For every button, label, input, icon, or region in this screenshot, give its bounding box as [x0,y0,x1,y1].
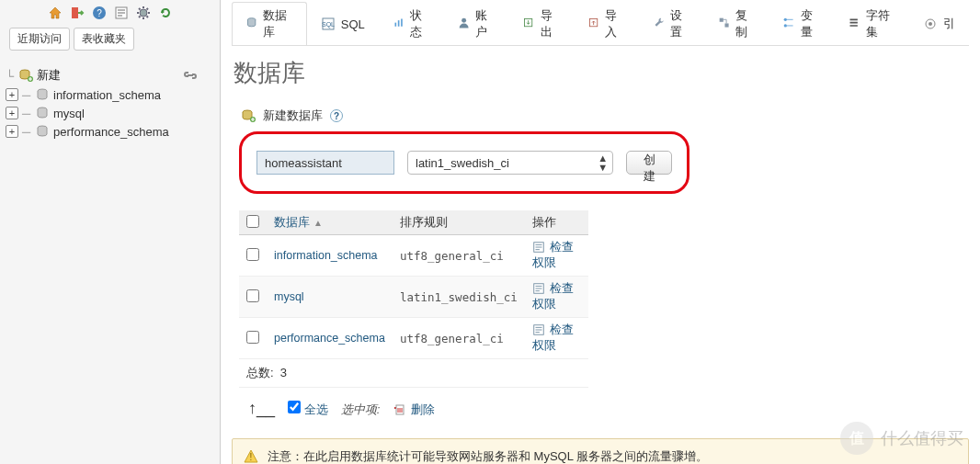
delete-icon [393,402,407,417]
sql-icon[interactable] [114,6,129,20]
create-button[interactable]: 创建 [626,151,672,175]
tab-replication[interactable]: 复制 [704,2,769,45]
privileges-icon [532,241,547,255]
svg-text:?: ? [97,8,102,18]
privileges-icon [532,323,547,338]
expand-icon[interactable]: + [6,125,18,138]
db-link[interactable]: mysql [274,290,304,303]
table-row: performance_schema utf8_general_ci 检查权限 [239,318,588,359]
row-collation: utf8_general_ci [393,318,525,359]
home-icon[interactable] [48,6,63,20]
tree-db-label: performance_schema [53,125,169,139]
check-all-label: 全选 [304,402,328,416]
svg-rect-22 [719,18,723,22]
tree-db-item[interactable]: +─ information_schema [6,85,212,104]
collation-select[interactable]: latin1_swedish_ci [407,151,613,175]
col-database[interactable]: 数据库▲ [267,210,393,235]
checkbox-all[interactable] [246,215,259,228]
tree-db-item[interactable]: +─ performance_schema [6,122,212,141]
tab-export[interactable]: 导出 [508,2,574,45]
check-all-checkbox[interactable] [288,401,301,413]
svg-point-27 [929,22,932,26]
total-value: 3 [280,366,287,379]
with-selected-label: 选中项: [341,402,381,418]
user-icon [458,17,470,31]
svg-rect-23 [724,23,728,27]
tree-new-db[interactable]: └ 新建 [6,65,212,85]
database-icon [35,124,50,139]
col-collation: 排序规则 [393,210,525,235]
row-collation: utf8_general_ci [393,235,525,277]
db-link[interactable]: performance_schema [274,332,385,345]
svg-point-25 [784,24,787,27]
watermark-icon: 值 [840,422,873,455]
new-db-icon [18,68,33,83]
expand-icon[interactable]: + [6,107,18,119]
gear-icon[interactable] [136,6,151,20]
recent-button[interactable]: 近期访问 [9,28,70,51]
new-db-icon [241,108,256,123]
warning-icon: ! [244,449,258,464]
total-label: 总数: [246,366,274,379]
tree-db-label: information_schema [53,88,161,102]
tab-label: SQL [341,17,365,31]
svg-rect-17 [398,20,400,27]
watermark: 值 什么值得买 [840,422,963,455]
database-icon [35,87,50,102]
bulk-delete[interactable]: 删除 [393,402,435,418]
row-checkbox[interactable] [246,248,259,261]
database-icon [35,106,50,120]
new-db-name-input[interactable] [256,151,394,175]
export-icon [522,17,534,31]
svg-point-24 [784,18,787,21]
tree-db-label: mysql [53,107,85,120]
bulk-action-row: ↑__ 全选 选中项: 删除 [248,401,969,418]
svg-point-5 [140,9,147,17]
tab-import[interactable]: 导入 [574,2,639,45]
check-all[interactable]: 全选 [288,401,328,418]
tab-label: 状态 [410,7,430,40]
tab-label: 引 [943,16,955,32]
table-total-row: 总数: 3 [239,359,588,388]
db-link[interactable]: information_schema [274,249,378,262]
docs-icon[interactable]: ? [92,6,107,20]
tab-charsets[interactable]: 字符集 [834,2,909,45]
tab-variables[interactable]: 变量 [769,2,834,45]
tab-accounts[interactable]: 账户 [444,2,509,45]
row-checkbox[interactable] [246,289,259,302]
favorites-button[interactable]: 表收藏夹 [74,28,134,51]
tab-settings[interactable]: 设置 [639,2,704,45]
tree-new-label: 新建 [37,67,61,84]
row-collation: latin1_swedish_ci [393,277,525,318]
import-icon [587,17,599,31]
wrench-icon [653,17,665,31]
row-checkbox[interactable] [246,331,259,344]
notice-text: 注意：在此启用数据库统计可能导致网站服务器和 MySQL 服务器之间的流量骤增。 [268,448,708,464]
reload-icon[interactable] [158,6,173,20]
engine-icon [923,17,938,31]
top-tabs: 数据库 SQLSQL 状态 账户 导出 导入 设置 复制 变量 字符集 引 [232,0,969,46]
logout-icon[interactable] [70,6,85,20]
tree-db-item[interactable]: +─ mysql [6,104,212,122]
link-icon[interactable] [183,68,198,83]
tab-status[interactable]: 状态 [379,2,444,45]
replication-icon [718,17,730,31]
sidebar: ? 近期访问 表收藏夹 └ 新建 +─ information_schema +… [0,0,221,464]
page-title: 数据库 [234,57,969,89]
table-row: information_schema utf8_general_ci 检查权限 [239,235,588,277]
database-icon [245,17,257,31]
main-content: 数据库 SQLSQL 状态 账户 导出 导入 设置 复制 变量 字符集 引 数据… [221,0,980,464]
svg-marker-0 [50,7,61,18]
tab-label: 字符集 [866,7,895,40]
tab-label: 账户 [475,7,496,40]
tab-engines[interactable]: 引 [909,2,969,45]
tab-sql[interactable]: SQLSQL [307,2,379,45]
svg-rect-1 [72,7,78,18]
sql-icon: SQL [321,17,336,31]
expand-icon[interactable]: + [6,88,18,101]
create-db-heading: 新建数据库 ? [241,108,969,124]
variables-icon [782,17,794,31]
svg-rect-7 [188,74,193,76]
help-icon[interactable]: ? [330,109,343,122]
tab-databases[interactable]: 数据库 [232,2,307,45]
